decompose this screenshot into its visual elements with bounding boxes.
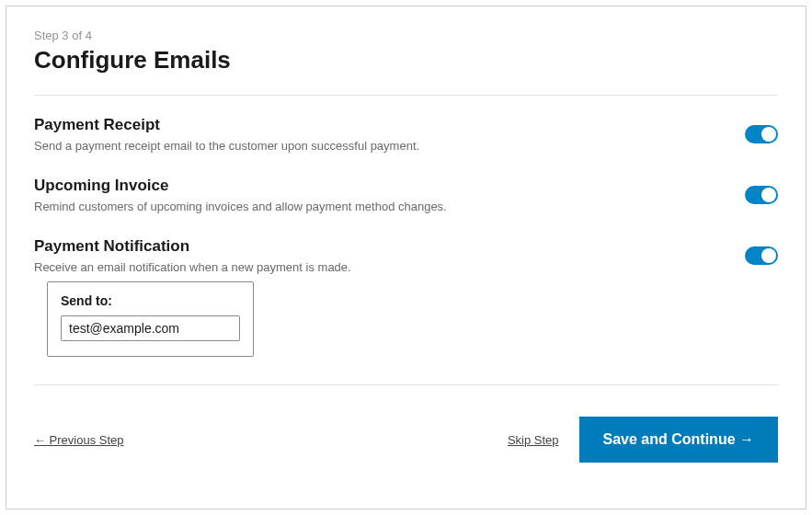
- setting-title: Payment Notification: [34, 237, 745, 256]
- setting-payment-notification: Payment Notification Receive an email no…: [34, 237, 778, 274]
- save-continue-button[interactable]: Save and Continue →: [579, 417, 778, 463]
- wizard-panel: Step 3 of 4 Configure Emails Payment Rec…: [6, 6, 806, 509]
- toggle-knob: [761, 127, 776, 142]
- setting-text: Upcoming Invoice Remind customers of upc…: [34, 177, 745, 213]
- skip-step-link[interactable]: Skip Step: [508, 433, 559, 447]
- toggle-knob: [761, 248, 776, 263]
- setting-text: Payment Notification Receive an email no…: [34, 237, 745, 274]
- setting-title: Payment Receipt: [34, 116, 745, 134]
- payment-notification-toggle[interactable]: [745, 246, 778, 265]
- previous-step-link[interactable]: ← Previous Step: [34, 433, 124, 447]
- divider: [34, 95, 778, 96]
- setting-upcoming-invoice: Upcoming Invoice Remind customers of upc…: [34, 177, 778, 213]
- send-to-input[interactable]: [61, 315, 240, 341]
- upcoming-invoice-toggle[interactable]: [745, 186, 778, 204]
- send-to-box: Send to:: [47, 281, 254, 357]
- setting-desc: Remind customers of upcoming invoices an…: [34, 200, 745, 213]
- footer-right: Skip Step Save and Continue →: [508, 417, 778, 463]
- send-to-label: Send to:: [61, 293, 240, 308]
- step-label: Step 3 of 4: [34, 29, 778, 42]
- setting-title: Upcoming Invoice: [34, 177, 745, 195]
- setting-payment-receipt: Payment Receipt Send a payment receipt e…: [34, 116, 778, 153]
- toggle-knob: [761, 188, 776, 202]
- setting-text: Payment Receipt Send a payment receipt e…: [34, 116, 745, 153]
- setting-desc: Receive an email notification when a new…: [34, 260, 745, 274]
- page-title: Configure Emails: [34, 46, 778, 74]
- setting-desc: Send a payment receipt email to the cust…: [34, 139, 745, 153]
- wizard-footer: ← Previous Step Skip Step Save and Conti…: [34, 384, 778, 463]
- payment-receipt-toggle[interactable]: [745, 125, 778, 143]
